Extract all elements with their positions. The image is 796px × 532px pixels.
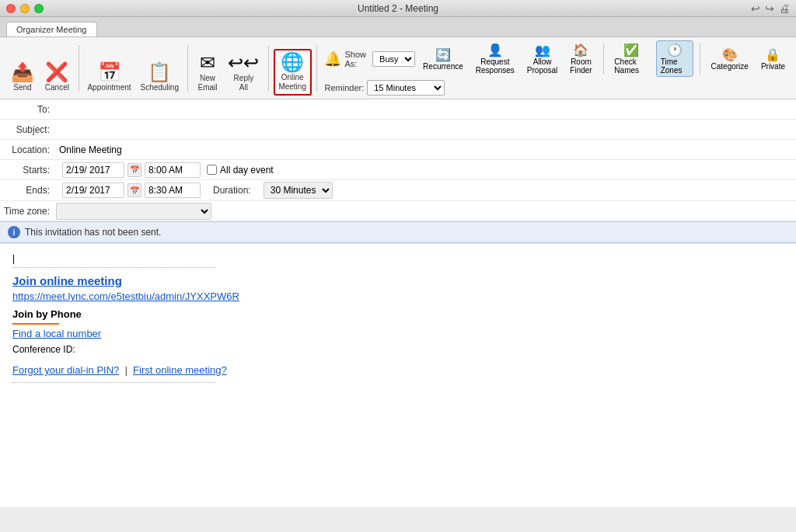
tab-row: Organizer Meeting — [0, 17, 796, 37]
send-label: Send — [13, 83, 31, 92]
undo-icon[interactable]: ↩ — [751, 2, 760, 15]
room-finder-icon: 🏠 — [573, 43, 588, 57]
ends-time-input[interactable] — [145, 183, 201, 198]
send-button[interactable]: 📤 Send — [6, 60, 39, 96]
window-controls[interactable] — [6, 4, 44, 13]
timezone-label: Time zone: — [0, 206, 56, 217]
ribbon-row-top: 🔔 Show As: Busy 🔄 Recurrence 👤 RequestRe… — [324, 40, 790, 77]
ends-date-input[interactable] — [62, 183, 124, 198]
check-names-button[interactable]: ✅ Check Names — [609, 40, 652, 77]
room-finder-label: RoomFinder — [570, 57, 592, 75]
cancel-label: Cancel — [45, 83, 69, 92]
starts-date-group: 📅 — [62, 162, 201, 178]
to-input[interactable] — [56, 102, 796, 117]
private-button[interactable]: 🔒 Private — [756, 45, 790, 73]
orange-separator — [12, 323, 59, 325]
scheduling-icon: 📋 — [148, 63, 171, 82]
top-divider — [12, 267, 215, 268]
request-responses-button[interactable]: 👤 RequestResponses — [471, 40, 519, 77]
bottom-divider — [12, 382, 215, 383]
title-bar-icons: ↩ ↪ 🖨 — [751, 2, 790, 15]
separator-4 — [316, 45, 317, 92]
private-icon: 🔒 — [765, 47, 780, 62]
location-input[interactable] — [56, 142, 796, 158]
reminder-label: Reminder: — [324, 83, 364, 92]
ribbon: 📤 Send ❌ Cancel 📅 Appointment 📋 Scheduli… — [0, 37, 796, 99]
separator-6 — [700, 43, 700, 75]
info-bar: i This invitation has not been sent. — [0, 222, 796, 243]
subject-row: Subject: — [0, 120, 796, 140]
close-button[interactable] — [6, 4, 16, 13]
all-day-checkbox[interactable] — [207, 165, 217, 175]
scheduling-label: Scheduling — [141, 83, 179, 92]
all-day-label: All day event — [220, 165, 274, 176]
window-title: Untitled 2 - Meeting — [358, 3, 438, 14]
cancel-button[interactable]: ❌ Cancel — [40, 60, 74, 96]
to-row: To: — [0, 99, 796, 120]
print-icon[interactable]: 🖨 — [779, 2, 790, 15]
join-meeting-link[interactable]: Join online meeting — [12, 274, 122, 287]
new-email-label: NewEmail — [197, 74, 217, 92]
show-as-select[interactable]: Busy — [372, 51, 415, 67]
categorize-icon: 🎨 — [722, 47, 738, 62]
join-meeting-url[interactable]: https://meet.lync.com/e5testbiu/admin/JY… — [12, 290, 239, 302]
reply-all-button[interactable]: ↩↩ ReplyAll — [224, 50, 264, 96]
tab-organizer-meeting[interactable]: Organizer Meeting — [6, 22, 97, 37]
forgot-pin-link[interactable]: Forgot your dial-in PIN? — [12, 364, 119, 376]
ends-calendar-button[interactable]: 📅 — [127, 183, 141, 197]
room-finder-button[interactable]: 🏠 RoomFinder — [565, 40, 596, 77]
body-area[interactable]: | Join online meeting https://meet.lync.… — [0, 243, 796, 507]
minimize-button[interactable] — [20, 4, 30, 13]
online-meeting-icon: 🌐 — [281, 53, 304, 71]
show-as-label: Show As: — [344, 50, 369, 68]
online-meeting-button[interactable]: 🌐 OnlineMeeting — [274, 49, 312, 96]
check-names-icon: ✅ — [623, 43, 639, 57]
request-responses-icon: 👤 — [487, 43, 503, 57]
join-by-phone-heading: Join by Phone — [12, 308, 784, 320]
allow-proposal-button[interactable]: 👥 AllowProposal — [522, 40, 562, 77]
reminder-select[interactable]: 15 Minutes — [367, 80, 445, 96]
appointment-icon: 📅 — [98, 63, 121, 82]
recurrence-icon: 🔄 — [435, 47, 451, 62]
find-local-number-link[interactable]: Find a local number — [12, 328, 101, 339]
form-area: To: Subject: Location: Starts: 📅 All day… — [0, 99, 796, 222]
first-online-meeting-link[interactable]: First online meeting? — [133, 364, 227, 376]
cancel-icon: ❌ — [45, 63, 68, 82]
send-icon: 📤 — [11, 63, 34, 82]
categorize-button[interactable]: 🎨 Categorize — [707, 45, 753, 73]
recurrence-button[interactable]: 🔄 Recurrence — [418, 45, 468, 73]
separator-2 — [187, 45, 188, 92]
private-label: Private — [761, 62, 785, 71]
ends-label: Ends: — [0, 185, 56, 196]
location-row: Location: — [0, 140, 796, 160]
conference-id-label: Conference ID: — [12, 344, 784, 355]
scheduling-button[interactable]: 📋 Scheduling — [136, 60, 183, 96]
cursor-line: | — [12, 253, 784, 264]
starts-label: Starts: — [0, 165, 56, 176]
starts-time-input[interactable] — [145, 162, 201, 178]
ribbon-row-bottom: Reminder: 15 Minutes — [324, 80, 790, 96]
ends-row: Ends: 📅 Duration: 30 Minutes — [0, 180, 796, 201]
info-message: This invitation has not been sent. — [25, 227, 161, 238]
duration-select[interactable]: 30 Minutes — [264, 182, 333, 199]
recurrence-label: Recurrence — [423, 62, 463, 71]
starts-date-input[interactable] — [62, 162, 124, 178]
time-zones-label: Time Zones — [661, 57, 689, 75]
appointment-button[interactable]: 📅 Appointment — [84, 60, 135, 96]
ends-date-group: 📅 — [62, 183, 201, 198]
maximize-button[interactable] — [34, 4, 44, 13]
title-bar: Untitled 2 - Meeting ↩ ↪ 🖨 — [0, 0, 796, 17]
pipe-separator: | — [125, 365, 127, 376]
timezone-row: Time zone: — [0, 201, 796, 221]
timezone-select[interactable] — [56, 203, 211, 220]
all-day-group: All day event — [207, 165, 274, 176]
check-names-label: Check Names — [614, 57, 648, 75]
reply-all-icon: ↩↩ — [228, 54, 259, 72]
starts-calendar-button[interactable]: 📅 — [127, 163, 141, 177]
time-zones-button[interactable]: 🕐 Time Zones — [656, 40, 693, 77]
subject-input[interactable] — [56, 122, 796, 137]
new-email-button[interactable]: ✉ NewEmail — [193, 50, 222, 96]
separator-1 — [79, 45, 79, 92]
redo-icon[interactable]: ↪ — [765, 2, 774, 15]
online-meeting-label: OnlineMeeting — [278, 73, 306, 92]
